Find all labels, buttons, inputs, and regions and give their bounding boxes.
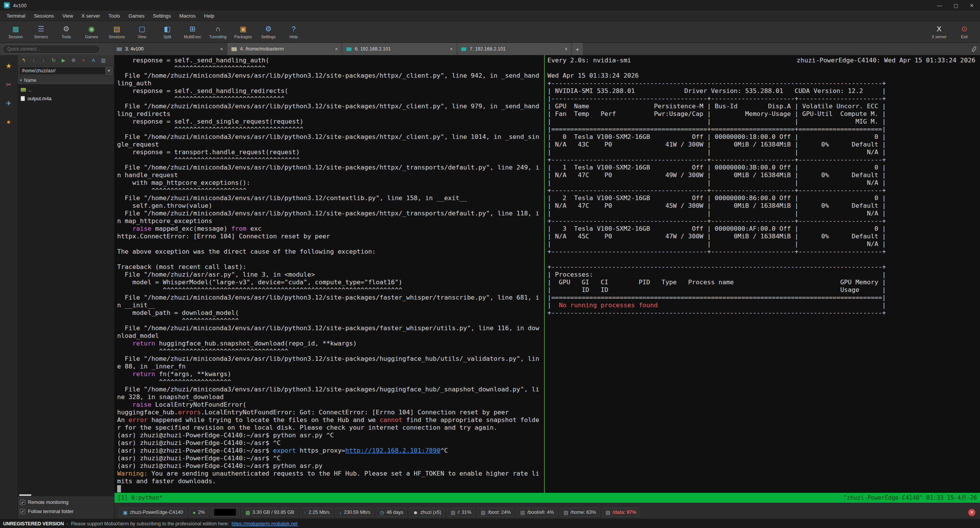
toolbar-button-exit[interactable]: ⊙Exit [952, 23, 977, 41]
users-icon: ☻ [413, 510, 418, 515]
menu-item-x-server[interactable]: X server [77, 11, 104, 20]
toolbar-button-packages[interactable]: ▣Packages [230, 23, 256, 41]
circle-icon[interactable]: ● [7, 118, 10, 126]
file-row[interactable]: output.m4a [18, 94, 114, 103]
split-icon: ◧ [164, 24, 171, 34]
terminal-line: |=======================================… [547, 294, 980, 301]
maximize-button[interactable]: ▢ [954, 3, 958, 8]
toolbar-button-sessions[interactable]: ▤Sessions [104, 23, 129, 41]
terminal-line: Warning: You are sending unauthenticated… [117, 470, 544, 477]
toolbar-button-servers[interactable]: ☰Servers [28, 23, 54, 41]
toolbar-button-session[interactable]: ▦Session [3, 23, 28, 41]
tab-6-192-168-2-101[interactable]: 6. 192.168.2.101× [342, 43, 457, 55]
toolbar-button-label: Packages [234, 34, 252, 39]
toolbar-button-view[interactable]: ▢View [129, 23, 155, 41]
toolbar-button-settings[interactable]: ⚙Settings [256, 23, 281, 41]
tab-4-home-mobaxterm[interactable]: 4. /home/mobaxterm× [227, 43, 342, 55]
file-list-header[interactable]: ▾ Name [18, 76, 114, 85]
new-tab-button[interactable]: + [572, 43, 583, 55]
folder-up-icon[interactable]: ↰ [19, 56, 28, 65]
terminal-line: raise LocalEntryNotFoundError( [117, 401, 544, 409]
menu-item-games[interactable]: Games [124, 11, 149, 20]
terminal-line: | | | N/A | [547, 148, 980, 156]
toolbar-button-games[interactable]: ◉Games [79, 23, 104, 41]
toolbar-button-multiexec[interactable]: ⊞MultiExec [180, 23, 205, 41]
menu-item-view[interactable]: View [58, 11, 77, 20]
terminal-pane-left[interactable]: response = self._send_handling_auth( ^^^… [114, 55, 544, 493]
terminal-line: self.gen.throw(value) [117, 202, 544, 210]
terminal-line: Traceback (most recent call last): [117, 263, 544, 271]
scrollbar-thumb[interactable] [19, 494, 31, 496]
encoding-icon[interactable]: A [89, 56, 98, 65]
close-button[interactable]: ✕ [970, 3, 974, 8]
terminal-line: huggingface_hub.errors.LocalEntryNotFoun… [117, 409, 544, 416]
terminal-line: File "/home/zhuzi/miniconda3/envs/asr/li… [117, 355, 544, 363]
toolbar-left-group: ▦Session☰Servers⚙Tools◉Games▤Sessions▢Vi… [3, 23, 306, 41]
tab-close-icon[interactable]: × [335, 46, 338, 52]
upload-icon[interactable]: ↑ [39, 56, 48, 65]
terminal-line: ^^^^^^^^^^^^^^^^^^^ [117, 378, 544, 386]
menu-item-macros[interactable]: Macros [175, 11, 200, 20]
toolbar-button-tunneling[interactable]: ∩Tunneling [205, 23, 230, 41]
terminal-line: | | | N/A | [547, 179, 980, 187]
menu-item-terminal[interactable]: Terminal [2, 11, 29, 20]
statusbar-item-network-graph [211, 508, 240, 517]
scissors-icon[interactable]: ✂ [6, 81, 11, 89]
tab-close-icon[interactable]: × [220, 46, 223, 52]
tab-close-icon[interactable]: × [450, 46, 453, 52]
terminal-pane-right[interactable]: Every 2.0s: nvidia-smi zhuzi-PowerEdge-C… [545, 55, 980, 493]
toolbar-button-x-server[interactable]: XX server [926, 23, 952, 41]
statusbar-item-zhuzi-x5: ☻zhuzi (x5) [409, 508, 445, 517]
toolbar: ▦Session☰Servers⚙Tools◉Games▤Sessions▢Vi… [0, 21, 980, 43]
refresh-icon[interactable]: ↻ [49, 56, 58, 65]
play-icon[interactable]: ▶ [59, 56, 68, 65]
terminal-line: ^^^^^^^^^^^^^^^^^^^^^^^^^ [117, 187, 544, 194]
menu-item-tools[interactable]: Tools [104, 11, 124, 20]
close-monitoring-button[interactable]: ✕ [968, 509, 975, 516]
panels-icon[interactable]: ▥ [99, 56, 108, 65]
file-name: output.m4a [28, 96, 52, 101]
statusbar-label: /boot/efi: 4% [527, 510, 554, 515]
quick-connect-input[interactable] [2, 45, 100, 54]
terminal-line: model = WhisperModel("large-v3", device=… [117, 279, 544, 286]
send-icon[interactable]: ✈ [6, 99, 11, 108]
terminal-line: +---------------------------------------… [547, 263, 980, 271]
menu-item-settings[interactable]: Settings [149, 11, 175, 20]
file-row[interactable]: .. [18, 85, 114, 94]
terminal-line: (asr) zhuzi@zhuzi-PowerEdge-C4140:~/asr$… [117, 455, 544, 462]
download-icon[interactable]: ↓ [29, 56, 38, 65]
option-follow-terminal-folder[interactable]: ✓Follow terminal folder [20, 509, 112, 514]
toolbar-button-label: Servers [34, 34, 48, 39]
menu-item-help[interactable]: Help [200, 11, 219, 20]
terminal-line: | 0 Tesla V100-SXM2-16GB Off | 00000000:… [547, 133, 980, 141]
tab-7-192-168-2-101[interactable]: 7. 192.168.2.101× [457, 43, 572, 55]
mobatek-link[interactable]: https://mobaxterm.mobatek.net [232, 521, 297, 526]
footer-text: Please support MobaXterm by subscribing … [71, 521, 229, 526]
settings-icon[interactable]: ⚙ [69, 56, 78, 65]
terminal-line: File "/home/zhuzi/miniconda3/envs/asr/li… [117, 294, 544, 301]
toolbar-button-split[interactable]: ◧Split [155, 23, 180, 41]
terminal-line: ling_auth [117, 80, 544, 87]
statusbar-label: 3.30 GB / 93.85 GB [253, 510, 294, 515]
close-icon[interactable]: × [79, 56, 88, 65]
checkbox-icon[interactable]: ✓ [20, 509, 25, 514]
x-server-icon: X [937, 24, 942, 34]
tab-3-4v100[interactable]: 3. 4v100× [113, 43, 227, 55]
option-remote-monitoring[interactable]: ✓Remote monitoring [20, 500, 112, 505]
chevron-down-icon[interactable]: ▼ [106, 67, 113, 75]
exit-icon: ⊙ [961, 24, 967, 34]
star-icon[interactable]: ★ [6, 62, 11, 70]
toolbar-button-label: MultiExec [184, 34, 201, 39]
toolbar-button-help[interactable]: ?Help [281, 23, 306, 41]
paperclip-icon[interactable] [971, 46, 977, 52]
minimize-button[interactable]: — [937, 3, 942, 8]
path-input[interactable] [19, 67, 106, 75]
terminal-output-left: response = self._send_handling_auth( ^^^… [117, 57, 544, 493]
toolbar-button-tools[interactable]: ⚙Tools [54, 23, 79, 41]
checkbox-icon[interactable]: ✓ [20, 500, 25, 505]
terminal-line: | N/A 45C P0 47W / 300W | 0MiB / 16384Mi… [547, 233, 980, 240]
tab-close-icon[interactable]: × [565, 46, 568, 52]
statusbar-item-31: ▤/: 31% [447, 508, 475, 517]
toolbar-button-label: Session [8, 34, 23, 39]
menu-item-sessions[interactable]: Sessions [29, 11, 58, 20]
